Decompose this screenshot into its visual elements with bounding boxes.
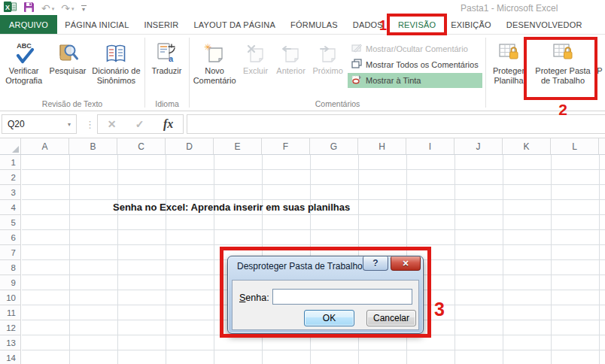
tab-desenvolvedor[interactable]: DESENVOLVEDOR (499, 15, 590, 34)
excel-window: X ↶ ▾ ↷ ▾ (0, 0, 605, 364)
protect-workbook-label: Proteger Pasta de Trabalho (531, 66, 595, 85)
show-all-comments-icon (351, 59, 362, 71)
translate-icon: a (156, 40, 177, 64)
save-icon[interactable] (23, 2, 35, 16)
ok-button[interactable]: OK (304, 310, 354, 326)
show-all-comments-label: Mostrar Todos os Comentários (366, 60, 479, 69)
tab-label: INSERIR (144, 20, 178, 29)
row-header-3[interactable]: 3 (0, 185, 20, 200)
svg-text:X: X (5, 4, 10, 11)
row-header-2[interactable]: 2 (0, 170, 20, 185)
thesaurus-label: Dicionário de Sinônimos (89, 66, 144, 85)
group-comentarios: ✳ Novo Comentário Excluir (190, 35, 485, 111)
column-header-e[interactable]: E (214, 138, 262, 154)
spellcheck-icon: ABC (13, 40, 35, 64)
cancel-entry-icon[interactable]: ✕ (108, 118, 117, 130)
show-hide-comment-icon (351, 43, 362, 55)
column-header-f[interactable]: F (262, 138, 310, 154)
undo-caret-icon[interactable]: ▾ (52, 6, 55, 11)
name-box-caret-icon[interactable]: ▾ (68, 121, 71, 128)
delete-comment-button[interactable]: Excluir (239, 37, 272, 76)
tab-revis-o[interactable]: REVISÃO1 (391, 15, 443, 34)
excel-logo-icon[interactable]: X (4, 1, 17, 16)
translate-button[interactable]: a Traduzir (146, 37, 187, 76)
ribbon: ABC Verificar Ortografia Pesquisar (0, 35, 605, 111)
next-comment-label: Próximo (312, 66, 342, 76)
row-header-13[interactable]: 13 (0, 335, 20, 350)
thesaurus-button[interactable]: Dicionário de Sinônimos (89, 37, 144, 85)
row-header-7[interactable]: 7 (0, 245, 20, 260)
dialog-title[interactable]: Desproteger Pasta de Trabalho (237, 261, 363, 271)
column-header-i[interactable]: I (406, 138, 455, 154)
column-header-c[interactable]: C (117, 138, 166, 154)
tab-arquivo[interactable]: ARQUIVO (0, 15, 57, 34)
dialog-close-button[interactable]: ✕ (391, 256, 421, 271)
row-header-10[interactable]: 10 (0, 290, 20, 305)
column-header-j[interactable]: J (455, 138, 503, 154)
row-header-12[interactable]: 12 (0, 320, 20, 335)
show-hide-comment-label: Mostrar/Ocultar Comentário (366, 44, 468, 53)
show-hide-comment-toggle[interactable]: Mostrar/Ocultar Comentário (348, 41, 482, 56)
formula-bar-row: Q20 ▾ ⋮ ✕ ✓ fx (0, 113, 605, 138)
row-header-11[interactable]: 11 (0, 305, 20, 320)
row-header-14[interactable]: 14 (0, 350, 20, 364)
group-label-revisao-de-texto: Revisão de Texto (0, 99, 144, 108)
customize-quick-access-button[interactable]: ▾ (81, 5, 87, 11)
redo-icon: ↷ (61, 3, 70, 14)
show-ink-toggle[interactable]: Mostrar à Tinta (348, 73, 482, 88)
group-label-comentarios: Comentários (190, 99, 485, 108)
column-header-b[interactable]: B (69, 138, 117, 154)
row-header-5[interactable]: 5 (0, 215, 20, 230)
show-all-comments-toggle[interactable]: Mostrar Todos os Comentários (348, 57, 482, 72)
new-comment-icon: ✳ (203, 40, 226, 64)
column-header-g[interactable]: G (310, 138, 358, 154)
tab-p-gina-inicial[interactable]: PÁGINA INICIAL (57, 15, 136, 34)
row-header-9[interactable]: 9 (0, 275, 20, 290)
group-alteracoes: Proteger Planilha Proteger Pasta de Trab… (486, 35, 605, 111)
tab-f-rmulas[interactable]: FÓRMULAS (283, 15, 345, 34)
new-comment-button[interactable]: ✳ Novo Comentário (190, 37, 239, 85)
allow-edit-ranges-button-partial[interactable]: P (595, 37, 604, 76)
previous-comment-button[interactable]: Anterior (272, 37, 309, 76)
column-header-h[interactable]: H (358, 138, 406, 154)
column-header-l[interactable]: L (551, 138, 599, 154)
annotation-number-1: 1 (379, 18, 387, 34)
formula-bar-buttons: ✕ ✓ fx (97, 114, 184, 134)
group-idioma: a Traduzir Idioma (145, 35, 189, 111)
translate-label: Traduzir (152, 66, 182, 76)
quick-access-toolbar: X ↶ ▾ ↷ ▾ (4, 1, 87, 16)
tab-exibi-o[interactable]: EXIBIÇÃO (443, 15, 499, 34)
name-box[interactable]: Q20 ▾ (2, 114, 77, 134)
undo-button[interactable]: ↶ ▾ (41, 3, 54, 14)
redo-button[interactable]: ↷ ▾ (61, 3, 74, 14)
password-input[interactable] (272, 289, 412, 305)
row-header-8[interactable]: 8 (0, 260, 20, 275)
protect-sheet-button[interactable]: Proteger Planilha (487, 37, 531, 85)
formula-bar-grip-icon[interactable]: ⋮ (85, 119, 95, 130)
tab-label: LAYOUT DA PÁGINA (194, 20, 276, 29)
select-all-corner[interactable] (0, 138, 21, 154)
research-button[interactable]: Pesquisar (47, 37, 88, 76)
redo-caret-icon[interactable]: ▾ (71, 6, 74, 11)
column-header-a[interactable]: A (21, 138, 69, 154)
row-header-1[interactable]: 1 (0, 155, 20, 170)
ribbon-tab-bar: ARQUIVOPÁGINA INICIALINSERIRLAYOUT DA PÁ… (0, 15, 605, 35)
previous-comment-icon (281, 40, 302, 64)
show-ink-icon (351, 74, 362, 86)
tab-inserir[interactable]: INSERIR (136, 15, 186, 34)
formula-input[interactable] (187, 114, 605, 134)
insert-function-icon[interactable]: fx (163, 117, 173, 131)
row-header-4[interactable]: 4 (0, 200, 20, 215)
unprotect-workbook-dialog: Desproteger Pasta de Trabalho ? ✕ Senha:… (227, 256, 424, 334)
tab-layout-da-p-gina[interactable]: LAYOUT DA PÁGINA (187, 15, 284, 34)
spelling-button[interactable]: ABC Verificar Ortografia (1, 37, 47, 85)
row-header-6[interactable]: 6 (0, 230, 20, 245)
cancel-button[interactable]: Cancelar (366, 310, 416, 326)
next-comment-button[interactable]: Próximo (309, 37, 346, 76)
enter-entry-icon[interactable]: ✓ (135, 118, 144, 130)
dialog-help-button[interactable]: ? (363, 256, 388, 271)
protect-workbook-button[interactable]: Proteger Pasta de Trabalho 2 (531, 37, 595, 85)
new-comment-label: Novo Comentário (190, 66, 239, 85)
column-header-k[interactable]: K (503, 138, 551, 154)
column-header-d[interactable]: D (166, 138, 214, 154)
